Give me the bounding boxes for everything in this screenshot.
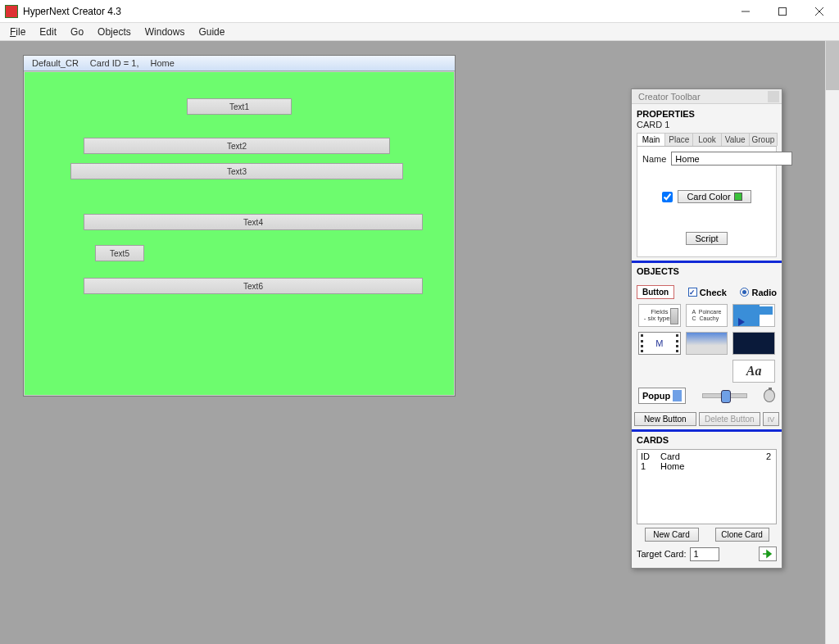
tab-value[interactable]: Value bbox=[721, 133, 750, 146]
card-color-swatch bbox=[734, 193, 742, 201]
new-button-button[interactable]: New Button bbox=[634, 412, 696, 426]
object-slider[interactable] bbox=[702, 393, 747, 398]
svg-rect-0 bbox=[778, 7, 786, 15]
checkbox-icon bbox=[688, 288, 697, 297]
menu-go[interactable]: Go bbox=[64, 25, 90, 39]
target-card-input[interactable] bbox=[690, 547, 719, 561]
minimize-button[interactable] bbox=[727, 1, 764, 22]
menu-windows[interactable]: Windows bbox=[138, 25, 192, 39]
menu-objects[interactable]: Objects bbox=[91, 25, 138, 39]
creator-toolbar[interactable]: Creator Toolbar PROPERTIES CARD 1 Main P… bbox=[631, 88, 782, 569]
properties-heading: PROPERTIES bbox=[637, 106, 777, 120]
project-name: Default_CR bbox=[32, 58, 79, 68]
cards-count: 2 bbox=[766, 451, 771, 461]
clone-card-button[interactable]: Clone Card bbox=[715, 528, 769, 542]
menu-edit[interactable]: Edit bbox=[33, 25, 63, 39]
vertical-scrollbar[interactable] bbox=[825, 41, 839, 644]
target-card-label: Target Card: bbox=[637, 549, 687, 559]
card-color-button[interactable]: Card Color bbox=[678, 190, 751, 203]
canvas-button-text6[interactable]: Text6 bbox=[84, 278, 423, 294]
script-button[interactable]: Script bbox=[686, 232, 727, 245]
object-timer[interactable] bbox=[764, 389, 775, 402]
toolbar-title: Creator Toolbar bbox=[638, 92, 701, 102]
tab-main[interactable]: Main bbox=[637, 133, 665, 146]
menu-file[interactable]: File bbox=[3, 25, 32, 39]
app-icon bbox=[5, 5, 18, 18]
card-canvas[interactable]: Text1 Text2 Text3 Text4 Text5 Text6 bbox=[24, 71, 455, 396]
col-card: Card bbox=[660, 451, 680, 461]
tab-group[interactable]: Group bbox=[749, 133, 778, 146]
object-movie[interactable] bbox=[638, 332, 681, 355]
name-label: Name bbox=[642, 154, 666, 164]
card-name: Home bbox=[150, 58, 174, 68]
canvas-button-text5[interactable]: Text5 bbox=[95, 245, 144, 261]
new-card-button[interactable]: New Card bbox=[645, 528, 699, 542]
card-id: Card ID = 1, bbox=[90, 58, 139, 68]
cards-list[interactable]: ID Card 1 Home 2 bbox=[637, 449, 777, 524]
close-button[interactable] bbox=[800, 1, 837, 22]
canvas-button-text1[interactable]: Text1 bbox=[187, 98, 292, 115]
window-title: HyperNext Creator 4.3 bbox=[23, 6, 121, 17]
object-text[interactable]: Aa bbox=[732, 360, 775, 383]
name-input[interactable] bbox=[671, 152, 792, 166]
tab-place[interactable]: Place bbox=[664, 133, 693, 146]
card-color-checkbox[interactable] bbox=[662, 192, 673, 202]
titlebar: HyperNext Creator 4.3 bbox=[0, 0, 839, 23]
object-listbox[interactable]: A Poincare C Cauchy bbox=[686, 304, 728, 327]
updown-icon bbox=[673, 390, 682, 401]
goto-card-button[interactable] bbox=[759, 546, 777, 561]
scrollbar-thumb[interactable] bbox=[826, 41, 839, 90]
card-label: CARD 1 bbox=[637, 120, 777, 131]
col-id: ID bbox=[641, 451, 660, 461]
menubar: File Edit Go Objects Windows Guide bbox=[0, 23, 839, 41]
object-canvas[interactable] bbox=[732, 332, 775, 355]
object-radio[interactable]: Radio bbox=[740, 288, 777, 297]
iv-button[interactable]: IV bbox=[763, 412, 779, 426]
object-picture[interactable] bbox=[686, 332, 728, 355]
properties-tabs: Main Place Look Value Group bbox=[637, 133, 777, 147]
workspace: Default_CR Card ID = 1, Home Text1 Text2… bbox=[0, 41, 839, 644]
canvas-button-text4[interactable]: Text4 bbox=[84, 214, 423, 230]
object-progress[interactable] bbox=[732, 304, 775, 327]
canvas-button-text2[interactable]: Text2 bbox=[84, 138, 390, 154]
canvas-button-text3[interactable]: Text3 bbox=[70, 163, 403, 179]
tab-look[interactable]: Look bbox=[692, 133, 721, 146]
object-popup[interactable]: Popup bbox=[638, 388, 686, 404]
card-row[interactable]: 1 Home bbox=[641, 461, 773, 471]
menu-guide[interactable]: Guide bbox=[192, 25, 231, 39]
maximize-button[interactable] bbox=[764, 1, 800, 22]
object-check[interactable]: Check bbox=[688, 288, 727, 297]
toolbar-close-icon[interactable] bbox=[768, 91, 779, 102]
card-color-label: Card Color bbox=[687, 192, 730, 202]
delete-button-button: Delete Button bbox=[699, 412, 761, 426]
object-fields[interactable]: Fields - six types. bbox=[638, 304, 681, 327]
objects-heading: OBJECTS bbox=[637, 263, 777, 277]
cards-heading: CARDS bbox=[637, 432, 777, 446]
card-window-title[interactable]: Default_CR Card ID = 1, Home bbox=[24, 56, 455, 71]
card-designer-window[interactable]: Default_CR Card ID = 1, Home Text1 Text2… bbox=[23, 55, 456, 397]
object-button[interactable]: Button bbox=[637, 285, 674, 299]
radio-icon bbox=[740, 288, 749, 297]
